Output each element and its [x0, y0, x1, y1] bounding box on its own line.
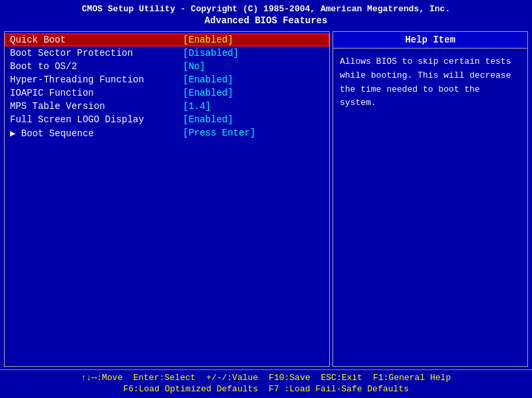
- menu-item-value: [Enabled]: [183, 35, 233, 45]
- menu-items: Quick Boot[Enabled]Boot Sector Protectio…: [5, 32, 329, 366]
- menu-item-label: ▶ Boot Sequence: [10, 128, 183, 139]
- menu-item-label: IOAPIC Function: [10, 88, 183, 98]
- menu-item-value: [Enabled]: [183, 88, 233, 98]
- menu-item-value: [No]: [183, 61, 205, 72]
- footer-key: Enter:Select: [133, 373, 196, 383]
- footer-key: +/-/:Value: [206, 373, 258, 383]
- footer-row1: ↑↓↔:MoveEnter:Select+/-/:ValueF10:SaveES…: [4, 373, 528, 383]
- footer-key: F7 :Load Fail-Safe Defaults: [269, 384, 409, 394]
- menu-row[interactable]: Hyper-Threading Function[Enabled]: [5, 73, 329, 86]
- menu-item-value: [Enabled]: [183, 74, 233, 85]
- footer: ↑↓↔:MoveEnter:Select+/-/:ValueF10:SaveES…: [0, 369, 532, 398]
- menu-item-label: MPS Table Version: [10, 101, 183, 112]
- help-text: Allows BIOS to skip certain tests while …: [333, 49, 527, 117]
- main-content: Quick Boot[Enabled]Boot Sector Protectio…: [4, 31, 528, 367]
- menu-item-value: [Disabled]: [183, 48, 239, 58]
- footer-key: F6:Load Optimized Defaults: [123, 384, 258, 394]
- menu-item-label: Hyper-Threading Function: [10, 74, 183, 85]
- help-title: Help Item: [333, 32, 527, 49]
- footer-key: F10:Save: [269, 373, 310, 383]
- menu-row[interactable]: Quick Boot[Enabled]: [5, 33, 329, 47]
- menu-item-value: [Enabled]: [183, 114, 233, 125]
- footer-key: ESC:Exit: [321, 373, 362, 383]
- menu-row[interactable]: Boot Sector Protection[Disabled]: [5, 47, 329, 60]
- menu-row[interactable]: MPS Table Version[1.4]: [5, 100, 329, 113]
- menu-item-label: Boot Sector Protection: [10, 48, 183, 58]
- footer-key: F1:General Help: [373, 373, 451, 383]
- menu-row[interactable]: Full Screen LOGO Display[Enabled]: [5, 113, 329, 126]
- right-panel: Help Item Allows BIOS to skip certain te…: [332, 31, 528, 367]
- menu-item-label: Boot to OS/2: [10, 61, 183, 72]
- bios-screen: CMOS Setup Utility - Copyright (C) 1985-…: [0, 0, 532, 398]
- menu-item-value: [Press Enter]: [183, 128, 255, 139]
- menu-row[interactable]: IOAPIC Function[Enabled]: [5, 86, 329, 100]
- menu-item-label: Quick Boot: [10, 35, 183, 45]
- menu-row[interactable]: ▶ Boot Sequence[Press Enter]: [5, 126, 329, 140]
- footer-key: ↑↓↔:Move: [81, 373, 122, 383]
- header-line2: Advanced BIOS Features: [0, 15, 532, 26]
- header: CMOS Setup Utility - Copyright (C) 1985-…: [0, 0, 532, 29]
- footer-row2: F6:Load Optimized DefaultsF7 :Load Fail-…: [4, 384, 528, 394]
- header-line1: CMOS Setup Utility - Copyright (C) 1985-…: [0, 4, 532, 14]
- menu-item-label: Full Screen LOGO Display: [10, 114, 183, 125]
- menu-item-value: [1.4]: [183, 101, 211, 112]
- menu-row[interactable]: Boot to OS/2[No]: [5, 60, 329, 73]
- left-panel: Quick Boot[Enabled]Boot Sector Protectio…: [4, 31, 330, 367]
